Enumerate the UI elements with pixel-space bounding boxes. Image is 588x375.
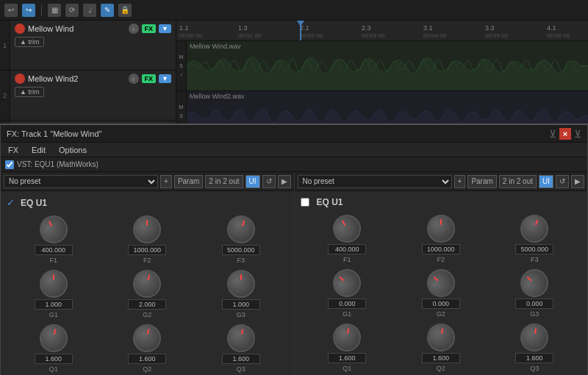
fx-preset-select-right[interactable]: No preset — [298, 175, 452, 188]
fx-sync-btn-right[interactable]: ↺ — [556, 175, 569, 188]
track-lane-1: M S ✓ Mellow Wind.wav — [176, 41, 588, 91]
mute-btn-1[interactable]: M — [178, 54, 185, 61]
knob-q2-value-left[interactable]: 1.600 — [128, 354, 166, 364]
timeline-ruler[interactable]: 1.100:00.00 1.300:01.00 2.100:02.00 2.30… — [176, 21, 588, 41]
fx-io-btn-left[interactable]: 2 in 2 out — [205, 175, 243, 188]
track-rec-btn-1[interactable] — [15, 24, 25, 34]
track-rec-btn-2[interactable] — [15, 74, 25, 84]
fx-menu-options[interactable]: Options — [56, 146, 90, 154]
knob-f3-left[interactable] — [223, 212, 259, 248]
fx-param-btn-right[interactable]: Param — [467, 175, 496, 188]
loop-icon[interactable]: ⟳ — [65, 4, 79, 17]
knob-q2-label-right: Q2 — [437, 365, 445, 372]
knob-q1-value-right[interactable]: 1.600 — [328, 353, 366, 363]
eq-content-right: EQ U1 400.000 F1 1000.000 F2 — [295, 191, 588, 375]
grid-icon[interactable]: ▦ — [48, 4, 61, 17]
eq-title-row-right: EQ U1 — [301, 197, 582, 207]
fx-arrow-btn-right[interactable]: ▶ — [571, 175, 584, 188]
knob-g2-value-left[interactable]: 2.000 — [128, 299, 166, 310]
track-item-1: Mellow Wind i FX ▼ ▲ trim — [10, 21, 176, 71]
knob-g3-right[interactable] — [514, 263, 554, 303]
knob-f2-value-left[interactable]: 1000.000 — [128, 245, 166, 255]
knob-f1-label-right: F1 — [343, 256, 351, 263]
fx-pin-left-btn[interactable]: ⊻ — [549, 128, 556, 140]
knob-f3-label-left: F3 — [237, 257, 245, 264]
fx-sync-btn-left[interactable]: ↺ — [262, 175, 276, 188]
knob-q3-right[interactable] — [518, 321, 551, 354]
track-fx-btn-1[interactable]: FX — [142, 24, 157, 33]
knob-g1-left[interactable] — [40, 270, 68, 298]
knob-q1-value-left[interactable]: 1.600 — [35, 354, 73, 364]
knob-g2-right[interactable] — [421, 263, 461, 303]
knob-g2-value-right[interactable]: 0.000 — [422, 299, 460, 309]
fx-menu-edit[interactable]: Edit — [29, 146, 49, 154]
fx-pin-right-btn[interactable]: ⊻ — [574, 128, 581, 140]
track-extra-btn-2[interactable]: ▼ — [159, 74, 171, 83]
fx-param-btn-left[interactable]: Param — [174, 175, 203, 188]
track-info-btn-2[interactable]: i — [129, 74, 139, 84]
knob-g3-value-right[interactable]: 0.000 — [515, 299, 553, 309]
fx-plugin-enable-checkbox[interactable] — [5, 160, 14, 169]
undo-icon[interactable]: ↩ — [4, 4, 18, 17]
knob-q3-left[interactable] — [225, 322, 257, 354]
knob-q2-left[interactable] — [131, 322, 163, 354]
knob-q3-value-right[interactable]: 1.600 — [515, 353, 553, 363]
fx-ui-btn-left[interactable]: UI — [245, 175, 260, 188]
track-extra-btn-1[interactable]: ▼ — [159, 24, 171, 33]
knob-g1-label-left: G1 — [49, 311, 58, 318]
knob-group-g1-left: 1.000 G1 — [35, 270, 73, 318]
playhead-head — [297, 21, 304, 26]
knob-q3-value-left[interactable]: 1.600 — [222, 354, 260, 364]
knob-g1-right[interactable] — [327, 263, 367, 303]
knob-f1-value-right[interactable]: 400.000 — [328, 244, 366, 254]
solo-btn-2[interactable]: S — [178, 113, 185, 120]
mute-btn-2[interactable]: M — [178, 104, 185, 111]
knob-f1-value-left[interactable]: 400.000 — [35, 245, 73, 255]
fx-arrow-btn-left[interactable]: ▶ — [278, 175, 291, 188]
knob-f1-right[interactable] — [328, 210, 366, 248]
redo-icon[interactable]: ↪ — [22, 4, 35, 17]
eq-enable-checkbox-right[interactable] — [301, 198, 309, 207]
fx-panel-right-toolbar: No preset + Param 2 in 2 out UI ↺ ▶ — [295, 172, 588, 191]
track-fx-btn-2[interactable]: FX — [142, 74, 157, 83]
knob-q2-right[interactable] — [425, 321, 457, 354]
waveform-1[interactable]: Mellow Wind.wav — [187, 41, 588, 90]
knob-f2-right[interactable] — [427, 215, 455, 243]
knob-g2-left[interactable] — [130, 267, 165, 301]
knob-f1-left[interactable] — [35, 210, 73, 249]
knob-q1-left[interactable] — [37, 322, 70, 354]
knob-g3-left[interactable] — [227, 270, 255, 298]
env-btn-1[interactable]: ✓ — [178, 71, 185, 79]
knob-q2-value-right[interactable]: 1.600 — [422, 353, 460, 363]
knob-f3-value-right[interactable]: 5000.000 — [515, 244, 553, 254]
track-trim-btn-1[interactable]: ▲ trim — [15, 37, 44, 47]
knob-f3-value-left[interactable]: 5000.000 — [222, 245, 260, 255]
knob-q3-label-right: Q3 — [530, 365, 539, 372]
knob-g1-value-right[interactable]: 0.000 — [328, 299, 366, 309]
knob-q2-label-left: Q2 — [143, 365, 151, 373]
fx-close-btn[interactable]: × — [559, 128, 571, 140]
fx-preset-select-left[interactable]: No preset — [4, 175, 158, 188]
knob-group-q2-right: 1.600 Q2 — [422, 324, 460, 372]
knobs-section-right: 400.000 F1 1000.000 F2 5000.000 F3 — [301, 215, 582, 372]
fx-add-preset-btn-right[interactable]: + — [454, 175, 466, 188]
metronome-icon[interactable]: ♩ — [83, 4, 96, 17]
track-trim-btn-2[interactable]: ▲ trim — [15, 87, 44, 97]
fx-ui-btn-right[interactable]: UI — [539, 175, 553, 188]
knob-q1-right[interactable] — [331, 321, 363, 354]
knob-g3-value-left[interactable]: 1.000 — [222, 299, 260, 310]
knob-group-f2-right: 1000.000 F2 — [422, 215, 460, 263]
solo-btn-1[interactable]: S — [178, 63, 185, 70]
waveform-svg-1 — [187, 41, 588, 90]
fx-io-btn-right[interactable]: 2 in 2 out — [499, 175, 537, 188]
knob-g1-value-left[interactable]: 1.000 — [35, 299, 73, 310]
fx-menu-fx[interactable]: FX — [5, 146, 21, 154]
track-info-btn-1[interactable]: i — [129, 24, 139, 34]
knob-f3-right[interactable] — [517, 211, 553, 247]
knob-f2-left[interactable] — [133, 215, 161, 243]
pencil-icon[interactable]: ✎ — [101, 4, 114, 17]
lock-icon[interactable]: 🔒 — [118, 4, 132, 17]
waveform-label-1: Mellow Wind.wav — [190, 43, 241, 50]
fx-add-preset-btn-left[interactable]: + — [160, 175, 172, 188]
knob-f2-value-right[interactable]: 1000.000 — [422, 244, 460, 254]
